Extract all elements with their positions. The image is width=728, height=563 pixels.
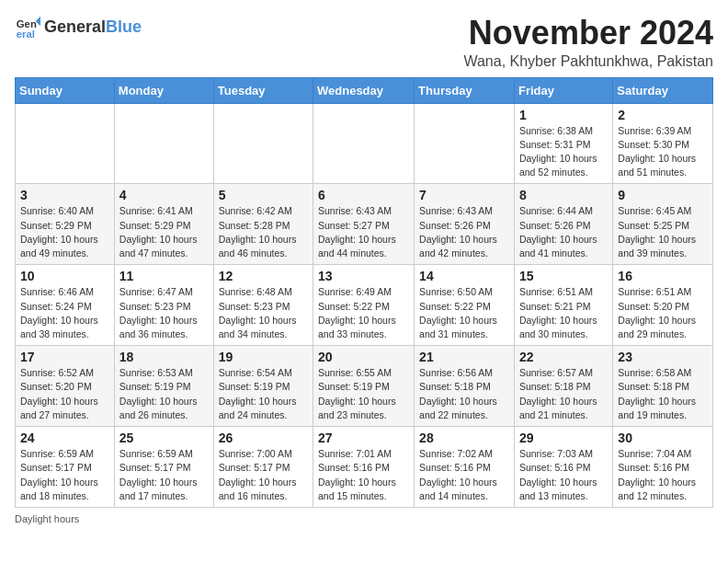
- day-number: 1: [519, 108, 608, 122]
- day-info: Sunrise: 6:46 AM Sunset: 5:24 PM Dayligh…: [20, 285, 109, 341]
- day-number: 26: [219, 431, 308, 445]
- day-number: 23: [618, 350, 708, 364]
- calendar-cell: 9Sunrise: 6:45 AM Sunset: 5:25 PM Daylig…: [613, 184, 713, 265]
- calendar-cell: 6Sunrise: 6:43 AM Sunset: 5:27 PM Daylig…: [313, 184, 415, 265]
- calendar-cell: 13Sunrise: 6:49 AM Sunset: 5:22 PM Dayli…: [313, 265, 415, 346]
- calendar-cell: [415, 103, 515, 184]
- day-number: 2: [618, 108, 708, 122]
- title-area: November 2024 Wana, Khyber Pakhtunkhwa, …: [463, 15, 713, 70]
- location-title: Wana, Khyber Pakhtunkhwa, Pakistan: [463, 53, 713, 70]
- day-info: Sunrise: 6:53 AM Sunset: 5:19 PM Dayligh…: [119, 366, 209, 422]
- day-number: 12: [219, 269, 308, 283]
- calendar-cell: 24Sunrise: 6:59 AM Sunset: 5:17 PM Dayli…: [16, 427, 115, 508]
- week-row-3: 10Sunrise: 6:46 AM Sunset: 5:24 PM Dayli…: [16, 265, 713, 346]
- day-info: Sunrise: 7:02 AM Sunset: 5:16 PM Dayligh…: [419, 447, 509, 503]
- calendar-table: SundayMondayTuesdayWednesdayThursdayFrid…: [15, 77, 713, 508]
- weekday-header-monday: Monday: [114, 77, 213, 103]
- weekday-header-thursday: Thursday: [415, 77, 515, 103]
- calendar-cell: 7Sunrise: 6:43 AM Sunset: 5:26 PM Daylig…: [415, 184, 515, 265]
- week-row-5: 24Sunrise: 6:59 AM Sunset: 5:17 PM Dayli…: [16, 427, 713, 508]
- day-info: Sunrise: 6:59 AM Sunset: 5:17 PM Dayligh…: [119, 447, 209, 503]
- day-info: Sunrise: 7:01 AM Sunset: 5:16 PM Dayligh…: [318, 447, 409, 503]
- day-info: Sunrise: 6:44 AM Sunset: 5:26 PM Dayligh…: [519, 204, 608, 260]
- calendar-cell: [313, 103, 415, 184]
- calendar-cell: 3Sunrise: 6:40 AM Sunset: 5:29 PM Daylig…: [16, 184, 115, 265]
- week-row-4: 17Sunrise: 6:52 AM Sunset: 5:20 PM Dayli…: [16, 346, 713, 427]
- day-info: Sunrise: 6:54 AM Sunset: 5:19 PM Dayligh…: [219, 366, 308, 422]
- calendar-cell: 21Sunrise: 6:56 AM Sunset: 5:18 PM Dayli…: [415, 346, 515, 427]
- day-info: Sunrise: 6:43 AM Sunset: 5:27 PM Dayligh…: [318, 204, 409, 260]
- calendar-cell: 4Sunrise: 6:41 AM Sunset: 5:29 PM Daylig…: [114, 184, 213, 265]
- weekday-header-sunday: Sunday: [16, 77, 115, 103]
- weekday-header-wednesday: Wednesday: [313, 77, 415, 103]
- calendar-cell: [213, 103, 313, 184]
- day-number: 6: [318, 188, 409, 202]
- day-info: Sunrise: 6:41 AM Sunset: 5:29 PM Dayligh…: [119, 204, 209, 260]
- day-number: 27: [318, 431, 409, 445]
- calendar-cell: 8Sunrise: 6:44 AM Sunset: 5:26 PM Daylig…: [514, 184, 612, 265]
- day-info: Sunrise: 7:00 AM Sunset: 5:17 PM Dayligh…: [219, 447, 308, 503]
- calendar-cell: 12Sunrise: 6:48 AM Sunset: 5:23 PM Dayli…: [213, 265, 313, 346]
- day-number: 13: [318, 269, 409, 283]
- day-info: Sunrise: 6:57 AM Sunset: 5:18 PM Dayligh…: [519, 366, 608, 422]
- day-number: 25: [119, 431, 209, 445]
- day-info: Sunrise: 6:58 AM Sunset: 5:18 PM Dayligh…: [618, 366, 708, 422]
- day-info: Sunrise: 6:51 AM Sunset: 5:21 PM Dayligh…: [519, 285, 608, 341]
- day-info: Sunrise: 6:52 AM Sunset: 5:20 PM Dayligh…: [20, 366, 109, 422]
- day-number: 15: [519, 269, 608, 283]
- svg-text:eral: eral: [17, 29, 35, 40]
- day-info: Sunrise: 6:51 AM Sunset: 5:20 PM Dayligh…: [618, 285, 708, 341]
- calendar-cell: 2Sunrise: 6:39 AM Sunset: 5:30 PM Daylig…: [613, 103, 713, 184]
- day-number: 17: [20, 350, 109, 364]
- day-number: 3: [20, 188, 109, 202]
- calendar-cell: 30Sunrise: 7:04 AM Sunset: 5:16 PM Dayli…: [613, 427, 713, 508]
- day-number: 18: [119, 350, 209, 364]
- week-row-2: 3Sunrise: 6:40 AM Sunset: 5:29 PM Daylig…: [16, 184, 713, 265]
- logo-text: GeneralBlue: [44, 18, 142, 37]
- calendar-cell: 28Sunrise: 7:02 AM Sunset: 5:16 PM Dayli…: [415, 427, 515, 508]
- day-info: Sunrise: 6:45 AM Sunset: 5:25 PM Dayligh…: [618, 204, 708, 260]
- header: Gen eral GeneralBlue November 2024 Wana,…: [15, 15, 713, 70]
- weekday-header-row: SundayMondayTuesdayWednesdayThursdayFrid…: [16, 77, 713, 103]
- day-info: Sunrise: 6:55 AM Sunset: 5:19 PM Dayligh…: [318, 366, 409, 422]
- logo: Gen eral GeneralBlue: [15, 15, 142, 40]
- calendar-cell: 15Sunrise: 6:51 AM Sunset: 5:21 PM Dayli…: [514, 265, 612, 346]
- day-info: Sunrise: 6:49 AM Sunset: 5:22 PM Dayligh…: [318, 285, 409, 341]
- day-info: Sunrise: 6:47 AM Sunset: 5:23 PM Dayligh…: [119, 285, 209, 341]
- day-info: Sunrise: 7:04 AM Sunset: 5:16 PM Dayligh…: [618, 447, 708, 503]
- calendar-cell: 27Sunrise: 7:01 AM Sunset: 5:16 PM Dayli…: [313, 427, 415, 508]
- day-number: 11: [119, 269, 209, 283]
- day-number: 22: [519, 350, 608, 364]
- day-info: Sunrise: 6:42 AM Sunset: 5:28 PM Dayligh…: [219, 204, 308, 260]
- day-number: 10: [20, 269, 109, 283]
- day-number: 29: [519, 431, 608, 445]
- day-info: Sunrise: 7:03 AM Sunset: 5:16 PM Dayligh…: [519, 447, 608, 503]
- weekday-header-saturday: Saturday: [613, 77, 713, 103]
- calendar-cell: 11Sunrise: 6:47 AM Sunset: 5:23 PM Dayli…: [114, 265, 213, 346]
- weekday-header-tuesday: Tuesday: [213, 77, 313, 103]
- day-number: 8: [519, 188, 608, 202]
- calendar-cell: 14Sunrise: 6:50 AM Sunset: 5:22 PM Dayli…: [415, 265, 515, 346]
- weekday-header-friday: Friday: [514, 77, 612, 103]
- day-info: Sunrise: 6:50 AM Sunset: 5:22 PM Dayligh…: [419, 285, 509, 341]
- day-number: 30: [618, 431, 708, 445]
- day-number: 14: [419, 269, 509, 283]
- day-info: Sunrise: 6:39 AM Sunset: 5:30 PM Dayligh…: [618, 124, 708, 180]
- calendar-cell: 10Sunrise: 6:46 AM Sunset: 5:24 PM Dayli…: [16, 265, 115, 346]
- day-number: 20: [318, 350, 409, 364]
- calendar-cell: 5Sunrise: 6:42 AM Sunset: 5:28 PM Daylig…: [213, 184, 313, 265]
- day-info: Sunrise: 6:38 AM Sunset: 5:31 PM Dayligh…: [519, 124, 608, 180]
- calendar-cell: 29Sunrise: 7:03 AM Sunset: 5:16 PM Dayli…: [514, 427, 612, 508]
- day-info: Sunrise: 6:43 AM Sunset: 5:26 PM Dayligh…: [419, 204, 509, 260]
- day-info: Sunrise: 6:48 AM Sunset: 5:23 PM Dayligh…: [219, 285, 308, 341]
- week-row-1: 1Sunrise: 6:38 AM Sunset: 5:31 PM Daylig…: [16, 103, 713, 184]
- calendar-cell: 23Sunrise: 6:58 AM Sunset: 5:18 PM Dayli…: [613, 346, 713, 427]
- calendar-cell: [16, 103, 115, 184]
- day-number: 21: [419, 350, 509, 364]
- day-number: 4: [119, 188, 209, 202]
- calendar-cell: 17Sunrise: 6:52 AM Sunset: 5:20 PM Dayli…: [16, 346, 115, 427]
- calendar-cell: 22Sunrise: 6:57 AM Sunset: 5:18 PM Dayli…: [514, 346, 612, 427]
- day-number: 7: [419, 188, 509, 202]
- day-info: Sunrise: 6:40 AM Sunset: 5:29 PM Dayligh…: [20, 204, 109, 260]
- calendar-cell: 26Sunrise: 7:00 AM Sunset: 5:17 PM Dayli…: [213, 427, 313, 508]
